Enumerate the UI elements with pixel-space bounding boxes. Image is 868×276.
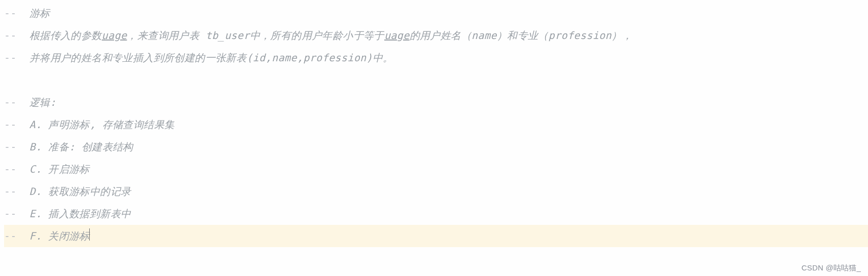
code-block: -- 游标 -- 根据传入的参数uage，来查询用户表 tb_user中，所有的… bbox=[0, 0, 868, 247]
comment-prefix: -- bbox=[4, 163, 17, 175]
comment-prefix: -- bbox=[4, 208, 17, 220]
comment-text: B. 准备: 创建表结构 bbox=[29, 141, 133, 153]
code-line: -- B. 准备: 创建表结构 bbox=[4, 136, 868, 158]
comment-prefix: -- bbox=[4, 52, 17, 64]
text-cursor bbox=[89, 228, 90, 241]
code-line: -- 逻辑: bbox=[4, 91, 868, 113]
comment-text: 根据传入的参数uage，来查询用户表 tb_user中，所有的用户年龄小于等于u… bbox=[29, 29, 632, 42]
code-line: -- 并将用户的姓名和专业插入到所创建的一张新表(id,name,profess… bbox=[4, 47, 868, 69]
comment-prefix: -- bbox=[4, 96, 17, 108]
comment-text: D. 获取游标中的记录 bbox=[29, 185, 131, 198]
watermark-label: CSDN @咕咕猫_ bbox=[802, 263, 861, 273]
comment-text: A. 声明游标, 存储查询结果集 bbox=[29, 119, 175, 131]
code-line-active[interactable]: -- F. 关闭游标 bbox=[4, 225, 868, 247]
comment-text: C. 开启游标 bbox=[29, 163, 90, 175]
code-line: -- 根据传入的参数uage，来查询用户表 tb_user中，所有的用户年龄小于… bbox=[4, 24, 868, 47]
code-line: -- E. 插入数据到新表中 bbox=[4, 203, 868, 225]
comment-prefix: -- bbox=[4, 141, 17, 153]
comment-text: E. 插入数据到新表中 bbox=[29, 208, 131, 220]
code-line: -- C. 开启游标 bbox=[4, 158, 868, 180]
code-line: -- A. 声明游标, 存储查询结果集 bbox=[4, 113, 868, 136]
comment-prefix: -- bbox=[4, 230, 17, 242]
comment-prefix: -- bbox=[4, 185, 17, 198]
comment-prefix: -- bbox=[4, 29, 17, 42]
comment-text: F. 关闭游标 bbox=[29, 230, 90, 242]
comment-prefix: -- bbox=[4, 7, 17, 19]
code-line: -- D. 获取游标中的记录 bbox=[4, 180, 868, 203]
comment-text: 逻辑: bbox=[29, 96, 56, 108]
comment-prefix: -- bbox=[4, 119, 17, 131]
comment-text: 游标 bbox=[29, 7, 50, 19]
comment-text: 并将用户的姓名和专业插入到所创建的一张新表(id,name,profession… bbox=[29, 52, 393, 64]
code-line: -- 游标 bbox=[4, 2, 868, 24]
empty-line bbox=[4, 69, 868, 91]
